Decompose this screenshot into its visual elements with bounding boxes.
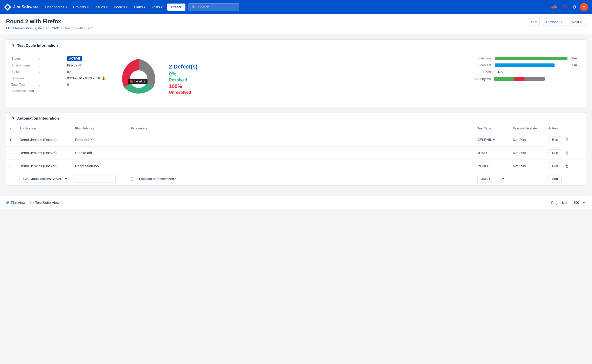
nav-boards[interactable]: Boards ▾ bbox=[111, 4, 130, 11]
build-value: 8.4 bbox=[67, 70, 72, 74]
breadcrumb-sep-1: / bbox=[46, 26, 47, 30]
gear-settings-button[interactable]: ⚙ ▾ bbox=[528, 18, 540, 26]
table-body: 1 Demo-Jenkins (Docker) DemoJobX SELENIU… bbox=[6, 133, 586, 172]
row-exec-state: Not Run bbox=[510, 160, 545, 172]
row-plan-key: SmokeJob bbox=[72, 146, 128, 160]
add-row-exec bbox=[510, 172, 545, 185]
add-row-param: Is Plan/Job parameterized? bbox=[128, 172, 474, 185]
flat-view-radio[interactable] bbox=[6, 201, 9, 204]
automation-card: ▼ Automation Integration # Application P… bbox=[6, 112, 586, 186]
forecast-bar-wrap bbox=[495, 63, 567, 67]
automation-title: Automation Integration bbox=[17, 116, 59, 120]
col-parameters: Parameters bbox=[128, 124, 474, 133]
breadcrumb-issue-key[interactable]: FRS-31 bbox=[48, 26, 60, 30]
estimate-row: Estimate: 50m bbox=[474, 56, 581, 60]
flat-view-option[interactable]: Flat View bbox=[6, 201, 25, 205]
test-type-select[interactable]: JUNIT SELENIUM ROBOT bbox=[477, 175, 505, 183]
col-application: Application bbox=[16, 124, 72, 133]
view-radios: Flat View Test Suite View bbox=[6, 201, 59, 205]
row-test-type: JUNIT bbox=[474, 146, 510, 160]
delete-icon[interactable]: 🗑 bbox=[565, 164, 569, 168]
create-button[interactable]: Create bbox=[167, 4, 185, 11]
previous-button[interactable]: < Previous bbox=[542, 18, 566, 26]
forecast-value: 35m bbox=[570, 63, 581, 67]
help-icon[interactable]: ❓ bbox=[560, 3, 569, 12]
environment-value: Firefox 47 bbox=[67, 63, 82, 67]
search-input[interactable] bbox=[198, 5, 234, 9]
nav-projects[interactable]: Projects ▾ bbox=[71, 4, 91, 11]
breadcrumb: Flight Reservation System / FRS-31 / Rou… bbox=[6, 26, 94, 30]
delete-icon[interactable]: 🗑 bbox=[565, 151, 569, 155]
test-cycle-card: ▼ Test Cycle Information Status : ACTIVE… bbox=[6, 39, 586, 107]
run-button[interactable]: Run bbox=[548, 136, 562, 143]
page-footer: Flat View Test Suite View Page size: 500… bbox=[0, 196, 592, 209]
page-size-label: Page size: bbox=[551, 201, 568, 205]
avatar[interactable]: C bbox=[580, 3, 588, 11]
effort-row: Effort: NA bbox=[474, 70, 581, 74]
row-parameters bbox=[128, 160, 474, 172]
settings-icon[interactable]: ⚙ bbox=[570, 3, 579, 12]
add-row-server: Go2Group Jenkins Server bbox=[16, 172, 72, 185]
next-button[interactable]: Next > bbox=[568, 18, 586, 26]
col-exec-state: Executable state bbox=[510, 124, 545, 133]
environment-label: Environment bbox=[11, 63, 39, 67]
person-name: Cheney Ma bbox=[474, 77, 491, 81]
defects-info: 2 Defect(s) 0% Resolved 100% Unresolved bbox=[169, 63, 197, 95]
suite-view-radio[interactable] bbox=[30, 201, 34, 204]
logo-diamond-icon bbox=[4, 4, 11, 11]
search-icon: 🔍 bbox=[192, 5, 196, 9]
estimate-label: Estimate: bbox=[474, 56, 492, 60]
nav-dashboards[interactable]: Dashboards ▾ bbox=[43, 4, 70, 11]
run-button[interactable]: Run bbox=[548, 163, 562, 169]
add-automation-button[interactable]: Add bbox=[548, 175, 562, 183]
nav-plans[interactable]: Plans ▾ bbox=[131, 4, 148, 11]
add-automation-row: Go2Group Jenkins Server Is Plan/Job para… bbox=[6, 172, 586, 185]
logo[interactable]: Jira Software bbox=[4, 4, 38, 11]
build-row: Build : 8.4 bbox=[11, 70, 106, 74]
nav-tests[interactable]: Tests ▾ bbox=[149, 4, 165, 11]
estimate-section: Estimate: 50m Forecast: 35m bbox=[474, 56, 581, 84]
row-action: Run 🗑 bbox=[545, 146, 586, 160]
duration-label: Duration bbox=[11, 76, 39, 80]
col-test-type: Test Type bbox=[474, 124, 510, 133]
suite-view-option[interactable]: Test Suite View bbox=[30, 201, 59, 205]
delete-icon[interactable]: 🗑 bbox=[565, 138, 569, 142]
page-size-select[interactable]: 500 100 200 bbox=[570, 199, 586, 206]
chevron-down-icon: ▾ bbox=[65, 5, 67, 9]
row-parameters bbox=[128, 133, 474, 146]
breadcrumb-project[interactable]: Flight Reservation System bbox=[6, 26, 45, 30]
page-actions: ⚙ ▾ < Previous Next > bbox=[528, 18, 586, 26]
automation-header[interactable]: ▼ Automation Integration bbox=[6, 112, 586, 124]
pct-unresolved: 100% bbox=[169, 83, 197, 89]
parameterized-checkbox[interactable] bbox=[131, 177, 134, 180]
test-cycle-header[interactable]: ▼ Test Cycle Information bbox=[6, 40, 586, 51]
logo-text: Jira Software bbox=[13, 5, 38, 9]
nav-issues[interactable]: Issues ▾ bbox=[92, 4, 110, 11]
row-application: Demo-Jenkins (Docker) bbox=[16, 146, 72, 160]
duration-value: 03/Nov/16 - 03/Nov/16 bbox=[67, 76, 100, 80]
flat-view-label: Flat View bbox=[11, 201, 25, 205]
breadcrumb-sep-2: / bbox=[61, 26, 62, 30]
status-row: Status : ACTIVE bbox=[11, 56, 106, 61]
server-select[interactable]: Go2Group Jenkins Server bbox=[19, 175, 68, 183]
table-row: 2 Demo-Jenkins (Docker) SmokeJob JUNIT N… bbox=[6, 146, 586, 160]
cycle-meta: Status : ACTIVE Environment : Firefox 47… bbox=[11, 56, 106, 95]
defects-count: 2 Defect(s) bbox=[169, 63, 197, 70]
add-row-type: JUNIT SELENIUM ROBOT bbox=[474, 172, 510, 185]
estimate-bar-wrap bbox=[495, 57, 567, 60]
pct-resolved: 0% bbox=[169, 71, 197, 77]
search-box[interactable]: 🔍 bbox=[188, 3, 239, 11]
automation-body: # Application Plan/Job Key Parameters Te… bbox=[6, 124, 586, 185]
person-bar-red bbox=[514, 77, 524, 81]
pie-chart: Failed: 2 bbox=[116, 56, 161, 102]
notifications-icon[interactable]: 📣 bbox=[549, 3, 559, 12]
warning-icon: ⚠️ bbox=[101, 76, 106, 80]
row-num: 1 bbox=[6, 133, 16, 146]
cases-label: Cases included bbox=[11, 89, 39, 93]
plan-job-key-input[interactable] bbox=[75, 175, 116, 183]
parameterized-label[interactable]: Is Plan/Job parameterized? bbox=[131, 177, 471, 181]
table-head: # Application Plan/Job Key Parameters Te… bbox=[6, 124, 586, 133]
test-cycle-body: Status : ACTIVE Environment : Firefox 47… bbox=[6, 51, 586, 107]
person-row: Cheney Ma bbox=[474, 77, 581, 81]
run-button[interactable]: Run bbox=[548, 149, 562, 156]
